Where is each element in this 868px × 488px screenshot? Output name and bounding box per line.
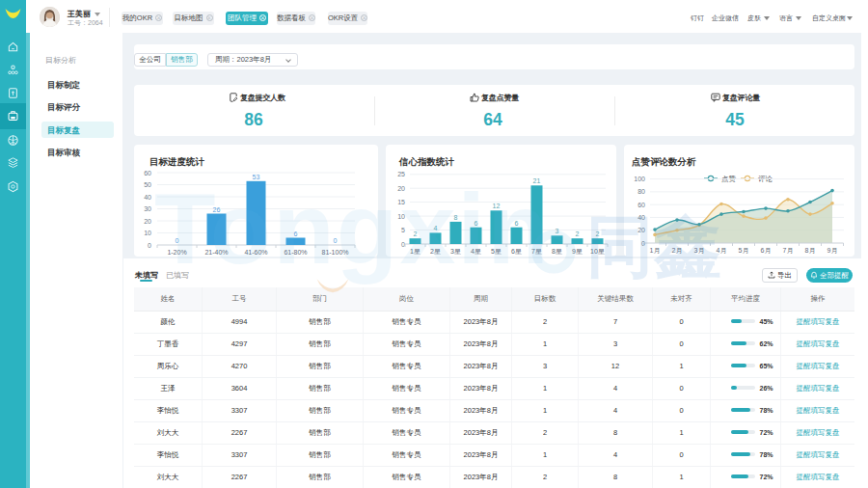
svg-text:40: 40 — [144, 194, 151, 201]
svg-text:9月: 9月 — [827, 247, 838, 255]
svg-text:5月: 5月 — [739, 247, 749, 255]
svg-text:50: 50 — [144, 181, 151, 188]
svg-text:60: 60 — [144, 170, 151, 176]
svg-text:点赞评论数分析: 点赞评论数分析 — [632, 156, 696, 167]
svg-text:2: 2 — [576, 230, 580, 237]
svg-text:点赞: 点赞 — [721, 175, 737, 183]
svg-text:评论: 评论 — [758, 175, 773, 183]
svg-text:30: 30 — [144, 205, 151, 212]
svg-text:8月: 8月 — [805, 247, 816, 255]
svg-text:6月: 6月 — [761, 247, 772, 255]
svg-text:目标进度统计: 目标进度统计 — [149, 156, 205, 167]
svg-text:80: 80 — [637, 188, 645, 195]
svg-text:100: 100 — [634, 176, 645, 182]
svg-text:信心指数统计: 信心指数统计 — [398, 156, 455, 167]
svg-text:20: 20 — [144, 218, 151, 225]
svg-text:7月: 7月 — [783, 247, 794, 255]
svg-text:0: 0 — [148, 242, 151, 249]
svg-text:10: 10 — [144, 230, 151, 236]
